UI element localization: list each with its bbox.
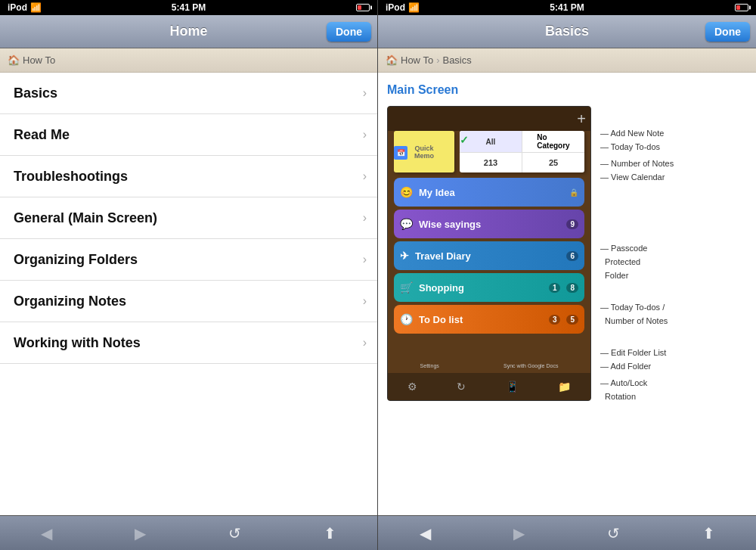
tab-all[interactable]: All (460, 131, 522, 152)
folder-travel-diary[interactable]: ✈ Travel Diary 6 (394, 241, 584, 270)
phone-device-icon: 📱 (506, 381, 519, 393)
left-status-left: iPod 📶 (8, 2, 42, 13)
menu-item-readme[interactable]: Read Me › (0, 114, 377, 156)
folder-travel-diary-count: 6 (566, 251, 578, 261)
left-back-button[interactable]: ◀ (32, 520, 61, 547)
folder-travel-diary-icon: ✈ (400, 250, 409, 262)
right-home-icon: 🏠 (386, 54, 398, 66)
right-back-button[interactable]: ◀ (411, 520, 440, 547)
quick-memo-label: QuickMemo (414, 144, 434, 160)
breadcrumb-separator: › (436, 54, 439, 66)
menu-item-troubleshootings-label: Troubleshootings (14, 169, 128, 185)
right-wifi-icon: 📶 (408, 2, 420, 13)
right-status-bar-inner: iPod 📶 5:41 PM (386, 2, 748, 13)
count-row: 213 25 (460, 152, 584, 172)
menu-item-basics[interactable]: Basics › (0, 73, 377, 114)
ann-passcode-folder: — Passcode Protected Folder (600, 241, 647, 281)
main-screen-container: + QuickMemo All NoCategory (387, 106, 747, 407)
phone-sync-icon: ↻ (457, 381, 466, 393)
folder-shopping[interactable]: 🛒 Shopping 1 8 (394, 273, 584, 302)
folder-shopping-count-today: 1 (549, 283, 561, 293)
menu-item-general-label: General (Main Screen) (14, 210, 157, 226)
ann-add-new-note-text: — Add New Note (600, 129, 664, 138)
menu-item-troubleshootings[interactable]: Troubleshootings › (0, 156, 377, 197)
sync-label: Sync with Google Docs (503, 363, 558, 368)
folder-my-idea-icon: 😊 (400, 186, 413, 198)
right-breadcrumb-home-label: How To (401, 54, 433, 66)
add-note-icon: + (577, 110, 586, 128)
ann-number-of-notes: — Number of Notes (600, 156, 674, 169)
left-forward-button[interactable]: ▶ (125, 520, 155, 547)
ann-auto-lock-rotation-text: — Auto/Lock Rotation (600, 378, 647, 401)
menu-item-basics-label: Basics (14, 85, 57, 101)
folder-wise-sayings-name: Wise sayings (419, 219, 560, 230)
menu-item-working-with-notes[interactable]: Working with Notes › (0, 322, 377, 364)
ann-add-new-note: — Add New Note (600, 126, 664, 139)
folder-todo-count-today: 3 (549, 315, 561, 325)
tab-no-category[interactable]: NoCategory (522, 131, 584, 152)
left-bottom-toolbar: ◀ ▶ ↺ ⬆ (0, 515, 377, 550)
right-panel: iPod 📶 5:41 PM Basics Done 🏠 How To › Ba… (378, 0, 756, 550)
right-status-right (735, 4, 748, 11)
left-nav-bar: Home Done (0, 15, 377, 48)
left-panel: iPod 📶 5:41 PM Home Done 🏠 How To Basics… (0, 0, 378, 550)
tab-all-label: All (486, 138, 496, 146)
count-all: 213 (460, 153, 522, 172)
folder-shopping-icon: 🛒 (400, 281, 413, 294)
menu-item-general[interactable]: General (Main Screen) › (0, 197, 377, 239)
ann-edit-folder-list: — Edit Folder List (600, 345, 666, 359)
left-breadcrumb-home[interactable]: 🏠 How To (8, 54, 55, 66)
left-refresh-button[interactable]: ↺ (219, 520, 250, 547)
folder-my-idea[interactable]: 😊 My Idea 🔒 (394, 178, 584, 207)
left-done-button[interactable]: Done (327, 22, 371, 42)
menu-item-organizing-folders-label: Organizing Folders (14, 252, 138, 268)
ann-today-todos-text: — Today To-dos (600, 142, 660, 151)
folder-wise-sayings[interactable]: 💬 Wise sayings 9 (394, 210, 584, 238)
phone-settings-icon: ⚙ (407, 381, 417, 393)
folder-my-idea-name: My Idea (419, 187, 563, 198)
folder-todo-name: To Do list (419, 314, 543, 325)
right-done-button[interactable]: Done (705, 22, 750, 42)
ann-view-calendar: — View Calendar (600, 169, 665, 183)
right-refresh-button[interactable]: ↺ (598, 520, 629, 547)
ann-add-folder-text: — Add Folder (600, 362, 651, 371)
chevron-icon-organizing-notes: › (363, 294, 367, 308)
chevron-icon-readme: › (363, 128, 367, 141)
tab-row: All NoCategory (460, 131, 584, 152)
phone-bottom-toolbar: ⚙ ↻ 📱 📁 (388, 373, 590, 400)
right-breadcrumb: 🏠 How To › Basics (378, 48, 756, 73)
calendar-icon: 📅 (394, 146, 407, 160)
annotations-relative: — Add New Note — Today To-dos — Number o… (600, 112, 747, 407)
right-status-left: iPod 📶 (386, 2, 420, 13)
tab-no-category-label: NoCategory (537, 133, 569, 150)
count-no-cat: 25 (522, 153, 584, 172)
ann-edit-folder-list-text: — Edit Folder List (600, 348, 666, 357)
menu-item-organizing-notes-label: Organizing Notes (14, 294, 126, 309)
menu-item-readme-label: Read Me (14, 127, 70, 143)
folder-wise-sayings-count: 9 (566, 219, 578, 229)
left-status-bar: iPod 📶 5:41 PM (0, 0, 377, 15)
ipod-label: iPod (8, 2, 27, 13)
battery-icon (356, 4, 370, 11)
phone-folder-icon: 📁 (558, 381, 571, 393)
right-forward-button[interactable]: ▶ (504, 520, 534, 547)
all-tab-area: All NoCategory 213 25 (460, 131, 584, 172)
right-ipod-label: iPod (386, 2, 405, 13)
folder-wise-sayings-icon: 💬 (400, 218, 413, 230)
annotations-panel: — Add New Note — Today To-dos — Number o… (600, 106, 747, 407)
right-share-button[interactable]: ⬆ (693, 520, 724, 547)
ann-today-todos: — Today To-dos (600, 139, 660, 153)
right-nav-title: Basics (545, 23, 589, 39)
folder-todo-list[interactable]: 🕐 To Do list 3 5 (394, 305, 584, 334)
ann-today-todos-count-text: — Today To-dos / Number of Notes (600, 303, 668, 325)
count-all-value: 213 (484, 158, 497, 167)
ann-passcode-folder-text: — Passcode Protected Folder (600, 244, 647, 280)
menu-item-organizing-notes[interactable]: Organizing Notes › (0, 281, 377, 322)
folder-shopping-count-notes: 8 (566, 283, 578, 293)
left-breadcrumb: 🏠 How To (0, 48, 377, 73)
phone-bottom-labels: Settings Sync with Google Docs (388, 358, 590, 373)
right-breadcrumb-home[interactable]: 🏠 How To (386, 54, 433, 66)
menu-item-organizing-folders[interactable]: Organizing Folders › (0, 239, 377, 281)
left-nav-title: Home (169, 23, 207, 39)
left-share-button[interactable]: ⬆ (314, 520, 345, 547)
